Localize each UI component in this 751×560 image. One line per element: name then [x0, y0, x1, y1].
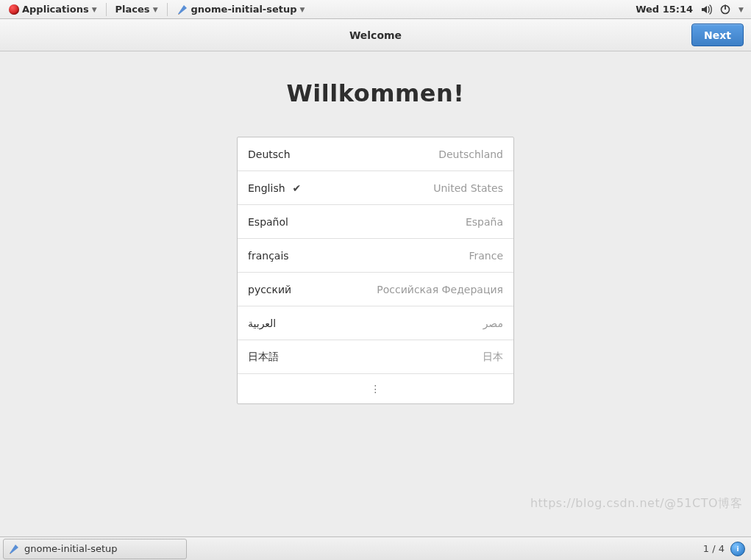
- top-panel: Applications ▼ Places ▼ gnome-initial-se…: [0, 0, 751, 19]
- taskbar-app-label: gnome-initial-setup: [24, 543, 118, 554]
- language-row-francais[interactable]: français France: [238, 239, 513, 273]
- places-label: Places: [115, 4, 150, 15]
- setup-app-icon: [177, 4, 188, 15]
- more-icon: ⋮: [371, 383, 381, 395]
- language-row-russian[interactable]: русский Российская Федерация: [238, 273, 513, 306]
- workspace-indicator[interactable]: 1 / 4 i: [703, 542, 751, 556]
- workspace-switcher-icon[interactable]: i: [730, 542, 745, 556]
- svg-text:i: i: [736, 545, 738, 553]
- check-icon: ✔: [293, 182, 302, 194]
- distro-icon: [9, 4, 19, 15]
- applications-label: Applications: [22, 4, 89, 15]
- chevron-down-icon: ▼: [300, 6, 305, 13]
- panel-right: Wed 15:14 ▼: [636, 4, 751, 15]
- language-row-arabic[interactable]: العربية مصر: [238, 306, 513, 340]
- language-region: Российская Федерация: [377, 284, 503, 295]
- separator: [167, 3, 168, 16]
- header-bar: Welcome Next: [0, 19, 751, 51]
- language-row-japanese[interactable]: 日本語 日本: [238, 340, 513, 374]
- language-list: Deutsch Deutschland English ✔ United Sta…: [237, 137, 514, 404]
- language-name: русский: [248, 284, 291, 295]
- language-region: Deutschland: [438, 148, 503, 160]
- language-name: Deutsch: [248, 148, 291, 160]
- next-button[interactable]: Next: [691, 24, 744, 46]
- active-app-label: gnome-initial-setup: [191, 4, 297, 15]
- language-region: France: [469, 250, 503, 262]
- watermark: https://blog.csdn.net/@51CTO博客: [530, 496, 742, 511]
- language-region: مصر: [483, 317, 503, 329]
- language-name: 日本語: [248, 351, 279, 364]
- bottom-taskbar: gnome-initial-setup 1 / 4 i: [0, 536, 751, 560]
- language-name: Español: [248, 216, 288, 228]
- chevron-down-icon: ▼: [92, 6, 97, 13]
- language-name: français: [248, 250, 289, 262]
- volume-icon[interactable]: [700, 4, 712, 15]
- more-languages-button[interactable]: ⋮: [238, 374, 513, 403]
- power-icon[interactable]: [719, 4, 731, 15]
- content-area: Willkommen! Deutsch Deutschland English …: [0, 51, 751, 536]
- language-region: United States: [433, 182, 503, 194]
- language-name: English ✔: [248, 182, 301, 194]
- applications-menu[interactable]: Applications ▼: [4, 0, 102, 19]
- welcome-heading: Willkommen!: [0, 51, 751, 107]
- clock[interactable]: Wed 15:14: [636, 4, 693, 15]
- places-menu[interactable]: Places ▼: [111, 0, 163, 19]
- language-region: 日本: [483, 351, 503, 364]
- chevron-down-icon: ▼: [153, 6, 158, 13]
- language-name: العربية: [248, 317, 276, 329]
- setup-app-icon: [8, 543, 20, 555]
- chevron-down-icon[interactable]: ▼: [738, 6, 744, 13]
- page-title: Welcome: [349, 29, 402, 41]
- language-row-english[interactable]: English ✔ United States: [238, 171, 513, 205]
- panel-left: Applications ▼ Places ▼ gnome-initial-se…: [0, 0, 310, 19]
- separator: [106, 3, 107, 16]
- active-app-menu[interactable]: gnome-initial-setup ▼: [172, 0, 310, 19]
- taskbar-app-button[interactable]: gnome-initial-setup: [3, 539, 187, 559]
- language-row-espanol[interactable]: Español España: [238, 205, 513, 239]
- language-region: España: [466, 216, 503, 228]
- language-row-deutsch[interactable]: Deutsch Deutschland: [238, 137, 513, 171]
- workspace-label: 1 / 4: [703, 543, 725, 554]
